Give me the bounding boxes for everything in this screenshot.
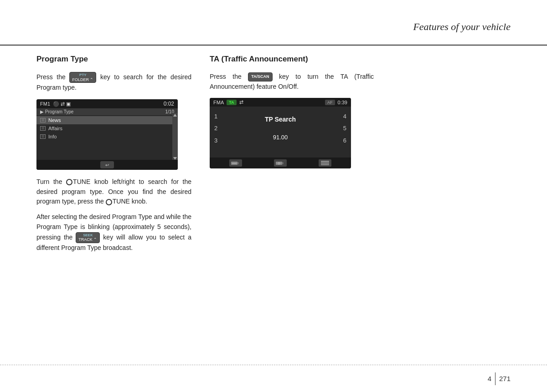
program-type-heading: Program Type bbox=[36, 55, 191, 64]
fma-top-bar: FMA TA ⇄ AF 0:39 bbox=[210, 98, 351, 107]
chapter-number: 4 bbox=[488, 375, 491, 382]
pty-key-top: PTY bbox=[79, 73, 87, 77]
fma-label: FMA bbox=[213, 100, 224, 105]
fma-main-area: 1 2 3 TP Search 91.00 4 5 6 bbox=[210, 107, 351, 150]
ta-heading: TA (Traffic Announcement) bbox=[210, 55, 374, 64]
scrollbar bbox=[172, 113, 178, 161]
program-type-para1: Press the PTY FOLDER ⌃ key to search for… bbox=[36, 72, 191, 93]
main-content: Program Type Press the PTY FOLDER ⌃ key … bbox=[36, 55, 511, 356]
fma-icon: ⇄ bbox=[239, 99, 243, 105]
news-icon: ☷ bbox=[40, 118, 46, 122]
fm1-label: FM1 bbox=[40, 101, 50, 107]
fma-screen: FMA TA ⇄ AF 0:39 1 2 3 TP Search 91.00 bbox=[210, 98, 351, 168]
fma-time: 0:39 bbox=[338, 100, 347, 105]
svg-rect-6 bbox=[321, 161, 329, 165]
screen-left-info: FM1 ⚫ ⇄ ▣ bbox=[40, 101, 71, 107]
fma-top-right: AF 0:39 bbox=[325, 100, 347, 105]
screen-top-bar: FM1 ⚫ ⇄ ▣ 0:02 bbox=[36, 99, 178, 108]
fma-right-numbers: 4 5 6 bbox=[328, 107, 351, 150]
frequency-display: 91.00 bbox=[273, 134, 288, 141]
ta-para1-before: Press the bbox=[210, 73, 248, 80]
affairs-icon: ☷ bbox=[40, 126, 46, 131]
screen-subheader: ▶ Program Type 1/10 bbox=[36, 108, 178, 115]
tp-search-text: TP Search bbox=[265, 116, 296, 123]
af-badge: AF bbox=[325, 100, 335, 105]
list-item-info: ☷ Info bbox=[36, 132, 178, 141]
program-type-para2: Turn the TUNE knob left/right to search … bbox=[36, 177, 191, 207]
page-num: 271 bbox=[499, 375, 511, 382]
footer-divider bbox=[495, 372, 495, 385]
fma-center-info: TP Search 91.00 bbox=[232, 107, 328, 150]
page-footer: 4 271 bbox=[0, 365, 547, 392]
pty-key-bottom: FOLDER ⌃ bbox=[72, 77, 93, 82]
ta-badge: TA bbox=[227, 100, 236, 105]
program-type-screen: FM1 ⚫ ⇄ ▣ 0:02 ▶ Program Type 1/10 ☷ New… bbox=[36, 99, 178, 170]
ta-scan-key: TA/SCAN bbox=[248, 72, 272, 81]
screen-time: 0:02 bbox=[164, 101, 174, 107]
screen-subtitle: ▶ Program Type bbox=[40, 109, 73, 114]
left-column: Program Type Press the PTY FOLDER ⌃ key … bbox=[36, 55, 191, 356]
screen-bottom-bar: ↩ bbox=[36, 160, 178, 170]
page-section-title: Features of your vehicle bbox=[413, 21, 511, 33]
fma-num-4: 4 bbox=[328, 113, 346, 120]
right-column: TA (Traffic Announcement) Press the TA/S… bbox=[210, 55, 374, 356]
page-header: Features of your vehicle bbox=[0, 0, 547, 46]
fma-num-5: 5 bbox=[328, 125, 346, 132]
fma-left-numbers: 1 2 3 bbox=[210, 107, 232, 150]
screen-list: ☷ News ☷ Affairs ☷ Info bbox=[36, 115, 178, 142]
fma-top-left: FMA TA ⇄ bbox=[213, 99, 243, 105]
seek-key-top: SEEK bbox=[83, 233, 93, 238]
scroll-up-arrow bbox=[173, 114, 177, 117]
info-icon: ☷ bbox=[40, 134, 46, 139]
pty-folder-key: PTY FOLDER ⌃ bbox=[69, 72, 96, 83]
seek-track-key: SEEK TRACK ⌃ bbox=[76, 232, 100, 243]
tune-circle-icon2 bbox=[106, 199, 112, 205]
fma-num-6: 6 bbox=[328, 137, 346, 144]
list-item-affairs: ☷ Affairs bbox=[36, 124, 178, 132]
fma-num-2: 2 bbox=[214, 125, 232, 132]
screen-icons: ⚫ ⇄ ▣ bbox=[53, 101, 71, 107]
svg-rect-1 bbox=[237, 162, 239, 164]
info-label: Info bbox=[48, 134, 57, 139]
back-button: ↩ bbox=[100, 161, 114, 168]
ta-para1: Press the TA/SCAN key to turn the TA (Tr… bbox=[210, 72, 374, 92]
fma-bottom-icon-3 bbox=[319, 159, 331, 167]
affairs-label: Affairs bbox=[48, 126, 62, 131]
fma-bottom-bar bbox=[210, 158, 351, 168]
para1-before: Press the bbox=[36, 73, 69, 81]
fma-bottom-icon-2 bbox=[274, 159, 287, 167]
svg-rect-4 bbox=[282, 162, 284, 164]
fma-num-1: 1 bbox=[214, 113, 232, 120]
news-label: News bbox=[48, 117, 61, 123]
fma-num-3: 3 bbox=[214, 137, 232, 144]
seek-key-bottom: TRACK ⌃ bbox=[78, 237, 97, 242]
list-item-news: ☷ News bbox=[36, 116, 178, 124]
tune-circle-icon bbox=[66, 179, 72, 185]
page-number: 4 271 bbox=[488, 372, 511, 385]
fma-bottom-icon-1 bbox=[229, 159, 242, 167]
program-type-para3: After selecting the desired Program Type… bbox=[36, 212, 191, 253]
